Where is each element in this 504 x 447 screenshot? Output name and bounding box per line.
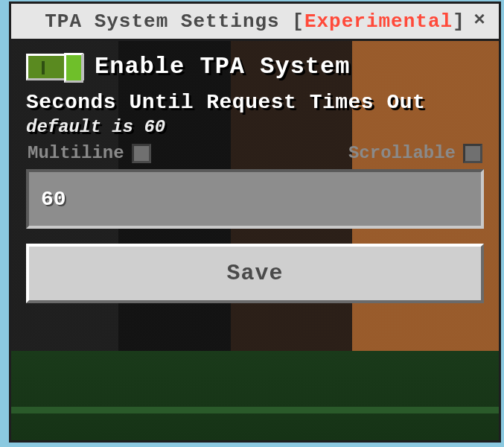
settings-window: TPA System Settings [Experimental] × Ena… <box>9 1 501 443</box>
title-bracket-open: [ <box>292 10 304 33</box>
content-area: Enable TPA System Seconds Until Request … <box>11 41 499 440</box>
save-button[interactable]: Save <box>26 244 484 303</box>
scrollable-checkbox[interactable] <box>463 144 482 163</box>
timeout-title: Seconds Until Request Times Out <box>26 91 484 114</box>
close-icon[interactable]: × <box>469 10 490 31</box>
enable-tpa-toggle[interactable] <box>26 54 84 80</box>
toggle-knob <box>64 53 83 83</box>
title-experimental: Experimental <box>304 10 453 33</box>
background-decor <box>11 407 499 413</box>
multiline-option[interactable]: Multiline <box>28 143 151 163</box>
title-bracket-close: ] <box>453 10 465 33</box>
timeout-input[interactable] <box>26 169 484 229</box>
scrollable-option[interactable]: Scrollable <box>348 143 482 163</box>
enable-tpa-label: Enable TPA System <box>95 53 350 80</box>
titlebar: TPA System Settings [Experimental] × <box>11 4 499 41</box>
multiline-label: Multiline <box>28 143 124 163</box>
scrollable-label: Scrollable <box>348 143 456 163</box>
textbox-meta-row: Multiline Scrollable <box>26 143 484 163</box>
window-title: TPA System Settings [Experimental] <box>11 10 499 33</box>
timeout-subtitle: default is 60 <box>26 117 484 137</box>
multiline-checkbox[interactable] <box>132 144 151 163</box>
title-prefix: TPA System Settings <box>45 10 292 33</box>
enable-toggle-row: Enable TPA System <box>26 53 484 80</box>
background-decor <box>11 351 499 440</box>
